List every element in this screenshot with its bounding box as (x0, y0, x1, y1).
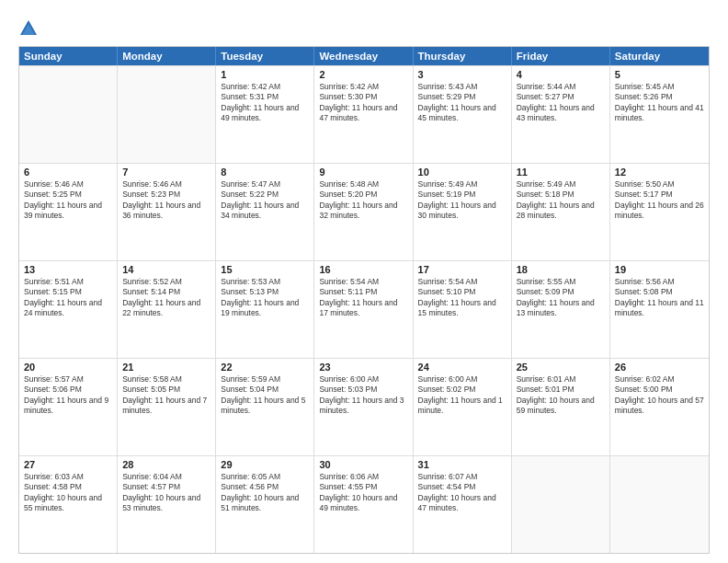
day-info: Sunrise: 5:55 AM Sunset: 5:09 PM Dayligh… (517, 277, 605, 319)
calendar-day-7: 7Sunrise: 5:46 AM Sunset: 5:23 PM Daylig… (118, 164, 216, 260)
day-info: Sunrise: 6:05 AM Sunset: 4:56 PM Dayligh… (221, 472, 309, 514)
calendar-day-28: 28Sunrise: 6:04 AM Sunset: 4:57 PM Dayli… (118, 456, 216, 553)
day-number: 8 (221, 167, 309, 178)
day-info: Sunrise: 6:00 AM Sunset: 5:02 PM Dayligh… (418, 374, 506, 417)
day-number: 6 (24, 167, 112, 178)
calendar-day-22: 22Sunrise: 5:59 AM Sunset: 5:04 PM Dayli… (216, 359, 314, 455)
calendar-day-23: 23Sunrise: 6:00 AM Sunset: 5:03 PM Dayli… (314, 359, 413, 455)
day-number: 28 (122, 459, 210, 470)
day-number: 23 (319, 362, 407, 373)
calendar-day-29: 29Sunrise: 6:05 AM Sunset: 4:56 PM Dayli… (216, 456, 314, 553)
day-info: Sunrise: 5:49 AM Sunset: 5:18 PM Dayligh… (517, 179, 605, 222)
day-info: Sunrise: 5:54 AM Sunset: 5:10 PM Dayligh… (418, 277, 506, 319)
calendar-week-4: 20Sunrise: 5:57 AM Sunset: 5:06 PM Dayli… (19, 358, 709, 455)
day-info: Sunrise: 5:53 AM Sunset: 5:13 PM Dayligh… (221, 277, 309, 319)
calendar: SundayMondayTuesdayWednesdayThursdayFrid… (18, 46, 710, 554)
calendar-day-18: 18Sunrise: 5:55 AM Sunset: 5:09 PM Dayli… (512, 261, 610, 358)
calendar-day-11: 11Sunrise: 5:49 AM Sunset: 5:18 PM Dayli… (512, 164, 610, 260)
day-info: Sunrise: 5:54 AM Sunset: 5:11 PM Dayligh… (319, 277, 407, 319)
day-number: 19 (615, 264, 704, 275)
calendar-week-2: 6Sunrise: 5:46 AM Sunset: 5:25 PM Daylig… (19, 163, 709, 260)
calendar-day-1: 1Sunrise: 5:42 AM Sunset: 5:31 PM Daylig… (216, 66, 314, 163)
calendar-header-row: SundayMondayTuesdayWednesdayThursdayFrid… (19, 47, 709, 65)
calendar-day-26: 26Sunrise: 6:02 AM Sunset: 5:00 PM Dayli… (610, 359, 709, 455)
day-number: 5 (615, 69, 704, 80)
day-number: 18 (517, 264, 605, 275)
day-number: 14 (122, 264, 210, 275)
day-number: 11 (517, 167, 605, 178)
day-number: 9 (319, 167, 407, 178)
day-info: Sunrise: 5:56 AM Sunset: 5:08 PM Dayligh… (615, 277, 704, 319)
day-number: 25 (517, 362, 605, 373)
day-info: Sunrise: 5:43 AM Sunset: 5:29 PM Dayligh… (418, 82, 506, 124)
day-number: 12 (615, 167, 704, 178)
day-header-tuesday: Tuesday (216, 47, 314, 65)
calendar-day-24: 24Sunrise: 6:00 AM Sunset: 5:02 PM Dayli… (414, 359, 512, 455)
calendar-day-6: 6Sunrise: 5:46 AM Sunset: 5:25 PM Daylig… (19, 164, 118, 260)
day-info: Sunrise: 5:58 AM Sunset: 5:05 PM Dayligh… (122, 374, 210, 417)
day-info: Sunrise: 6:07 AM Sunset: 4:54 PM Dayligh… (418, 472, 506, 514)
day-info: Sunrise: 5:51 AM Sunset: 5:15 PM Dayligh… (24, 277, 112, 319)
day-number: 17 (418, 264, 506, 275)
day-number: 4 (517, 69, 605, 80)
calendar-page: SundayMondayTuesdayWednesdayThursdayFrid… (0, 0, 728, 563)
day-number: 30 (319, 459, 407, 470)
day-info: Sunrise: 5:45 AM Sunset: 5:26 PM Dayligh… (615, 82, 704, 124)
day-info: Sunrise: 5:47 AM Sunset: 5:22 PM Dayligh… (221, 179, 309, 222)
day-info: Sunrise: 6:06 AM Sunset: 4:55 PM Dayligh… (319, 472, 407, 514)
calendar-day-21: 21Sunrise: 5:58 AM Sunset: 5:05 PM Dayli… (118, 359, 216, 455)
calendar-day-4: 4Sunrise: 5:44 AM Sunset: 5:27 PM Daylig… (512, 66, 610, 163)
day-header-friday: Friday (512, 47, 610, 65)
calendar-day-2: 2Sunrise: 5:42 AM Sunset: 5:30 PM Daylig… (314, 66, 413, 163)
day-number: 1 (221, 69, 309, 80)
calendar-week-1: 1Sunrise: 5:42 AM Sunset: 5:31 PM Daylig… (19, 65, 709, 163)
day-info: Sunrise: 6:01 AM Sunset: 5:01 PM Dayligh… (517, 374, 605, 417)
calendar-week-3: 13Sunrise: 5:51 AM Sunset: 5:15 PM Dayli… (19, 260, 709, 358)
calendar-day-empty (512, 456, 610, 553)
calendar-day-10: 10Sunrise: 5:49 AM Sunset: 5:19 PM Dayli… (414, 164, 512, 260)
day-info: Sunrise: 5:46 AM Sunset: 5:23 PM Dayligh… (122, 179, 210, 222)
calendar-day-19: 19Sunrise: 5:56 AM Sunset: 5:08 PM Dayli… (610, 261, 709, 358)
calendar-day-empty (118, 66, 216, 163)
calendar-day-8: 8Sunrise: 5:47 AM Sunset: 5:22 PM Daylig… (216, 164, 314, 260)
day-number: 7 (122, 167, 210, 178)
logo (18, 18, 40, 39)
calendar-day-17: 17Sunrise: 5:54 AM Sunset: 5:10 PM Dayli… (414, 261, 512, 358)
day-info: Sunrise: 5:59 AM Sunset: 5:04 PM Dayligh… (221, 374, 309, 417)
calendar-day-31: 31Sunrise: 6:07 AM Sunset: 4:54 PM Dayli… (414, 456, 512, 553)
calendar-day-5: 5Sunrise: 5:45 AM Sunset: 5:26 PM Daylig… (610, 66, 709, 163)
calendar-day-empty (610, 456, 709, 553)
calendar-day-20: 20Sunrise: 5:57 AM Sunset: 5:06 PM Dayli… (19, 359, 118, 455)
day-header-saturday: Saturday (610, 47, 709, 65)
day-info: Sunrise: 5:42 AM Sunset: 5:30 PM Dayligh… (319, 82, 407, 124)
day-number: 20 (24, 362, 112, 373)
day-info: Sunrise: 6:03 AM Sunset: 4:58 PM Dayligh… (24, 472, 112, 514)
day-number: 26 (615, 362, 704, 373)
day-number: 2 (319, 69, 407, 80)
header (18, 15, 710, 39)
day-header-wednesday: Wednesday (314, 47, 413, 65)
calendar-day-25: 25Sunrise: 6:01 AM Sunset: 5:01 PM Dayli… (512, 359, 610, 455)
calendar-week-5: 27Sunrise: 6:03 AM Sunset: 4:58 PM Dayli… (19, 455, 709, 553)
day-info: Sunrise: 5:49 AM Sunset: 5:19 PM Dayligh… (418, 179, 506, 222)
calendar-day-9: 9Sunrise: 5:48 AM Sunset: 5:20 PM Daylig… (314, 164, 413, 260)
calendar-day-13: 13Sunrise: 5:51 AM Sunset: 5:15 PM Dayli… (19, 261, 118, 358)
day-number: 3 (418, 69, 506, 80)
day-number: 21 (122, 362, 210, 373)
calendar-day-27: 27Sunrise: 6:03 AM Sunset: 4:58 PM Dayli… (19, 456, 118, 553)
day-header-sunday: Sunday (19, 47, 118, 65)
day-info: Sunrise: 5:42 AM Sunset: 5:31 PM Dayligh… (221, 82, 309, 124)
calendar-day-empty (19, 66, 118, 163)
day-info: Sunrise: 5:57 AM Sunset: 5:06 PM Dayligh… (24, 374, 112, 417)
day-info: Sunrise: 6:02 AM Sunset: 5:00 PM Dayligh… (615, 374, 704, 417)
day-info: Sunrise: 5:52 AM Sunset: 5:14 PM Dayligh… (122, 277, 210, 319)
day-info: Sunrise: 5:44 AM Sunset: 5:27 PM Dayligh… (517, 82, 605, 124)
day-info: Sunrise: 5:48 AM Sunset: 5:20 PM Dayligh… (319, 179, 407, 222)
day-header-monday: Monday (118, 47, 216, 65)
calendar-day-16: 16Sunrise: 5:54 AM Sunset: 5:11 PM Dayli… (314, 261, 413, 358)
calendar-day-15: 15Sunrise: 5:53 AM Sunset: 5:13 PM Dayli… (216, 261, 314, 358)
day-number: 16 (319, 264, 407, 275)
day-number: 24 (418, 362, 506, 373)
day-header-thursday: Thursday (414, 47, 512, 65)
day-info: Sunrise: 6:04 AM Sunset: 4:57 PM Dayligh… (122, 472, 210, 514)
